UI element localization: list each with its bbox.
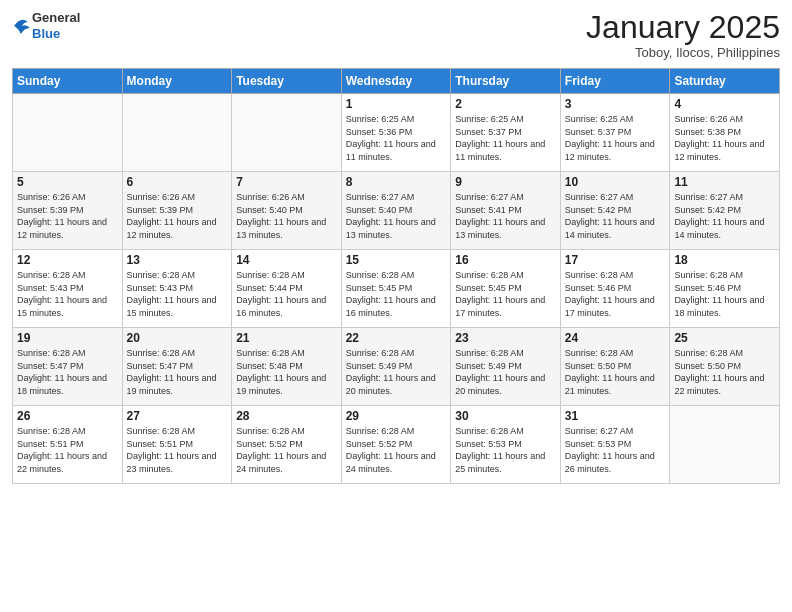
calendar-cell: 23 Sunrise: 6:28 AMSunset: 5:49 PMDaylig… (451, 328, 561, 406)
calendar-cell: 1 Sunrise: 6:25 AMSunset: 5:36 PMDayligh… (341, 94, 451, 172)
day-info: Sunrise: 6:27 AMSunset: 5:42 PMDaylight:… (565, 192, 655, 240)
logo-bird-icon (12, 12, 30, 40)
day-info: Sunrise: 6:28 AMSunset: 5:45 PMDaylight:… (346, 270, 436, 318)
calendar-cell: 2 Sunrise: 6:25 AMSunset: 5:37 PMDayligh… (451, 94, 561, 172)
calendar-cell: 18 Sunrise: 6:28 AMSunset: 5:46 PMDaylig… (670, 250, 780, 328)
logo-general: General (32, 10, 80, 26)
calendar-cell (232, 94, 342, 172)
calendar-cell: 26 Sunrise: 6:28 AMSunset: 5:51 PMDaylig… (13, 406, 123, 484)
day-info: Sunrise: 6:27 AMSunset: 5:40 PMDaylight:… (346, 192, 436, 240)
day-info: Sunrise: 6:28 AMSunset: 5:50 PMDaylight:… (674, 348, 764, 396)
day-info: Sunrise: 6:28 AMSunset: 5:52 PMDaylight:… (346, 426, 436, 474)
calendar: Sunday Monday Tuesday Wednesday Thursday… (12, 68, 780, 484)
calendar-cell: 19 Sunrise: 6:28 AMSunset: 5:47 PMDaylig… (13, 328, 123, 406)
col-sunday: Sunday (13, 69, 123, 94)
day-info: Sunrise: 6:28 AMSunset: 5:45 PMDaylight:… (455, 270, 545, 318)
logo-container: General Blue (12, 10, 80, 41)
day-info: Sunrise: 6:28 AMSunset: 5:43 PMDaylight:… (127, 270, 217, 318)
day-info: Sunrise: 6:28 AMSunset: 5:49 PMDaylight:… (346, 348, 436, 396)
day-info: Sunrise: 6:28 AMSunset: 5:47 PMDaylight:… (17, 348, 107, 396)
day-info: Sunrise: 6:28 AMSunset: 5:49 PMDaylight:… (455, 348, 545, 396)
calendar-cell: 25 Sunrise: 6:28 AMSunset: 5:50 PMDaylig… (670, 328, 780, 406)
calendar-cell: 17 Sunrise: 6:28 AMSunset: 5:46 PMDaylig… (560, 250, 670, 328)
day-number: 25 (674, 331, 775, 345)
day-info: Sunrise: 6:28 AMSunset: 5:51 PMDaylight:… (127, 426, 217, 474)
calendar-cell: 11 Sunrise: 6:27 AMSunset: 5:42 PMDaylig… (670, 172, 780, 250)
calendar-cell: 22 Sunrise: 6:28 AMSunset: 5:49 PMDaylig… (341, 328, 451, 406)
day-number: 13 (127, 253, 228, 267)
day-info: Sunrise: 6:28 AMSunset: 5:48 PMDaylight:… (236, 348, 326, 396)
day-number: 31 (565, 409, 666, 423)
calendar-cell: 30 Sunrise: 6:28 AMSunset: 5:53 PMDaylig… (451, 406, 561, 484)
day-info: Sunrise: 6:28 AMSunset: 5:43 PMDaylight:… (17, 270, 107, 318)
calendar-cell: 8 Sunrise: 6:27 AMSunset: 5:40 PMDayligh… (341, 172, 451, 250)
day-info: Sunrise: 6:26 AMSunset: 5:38 PMDaylight:… (674, 114, 764, 162)
calendar-cell: 9 Sunrise: 6:27 AMSunset: 5:41 PMDayligh… (451, 172, 561, 250)
day-number: 15 (346, 253, 447, 267)
day-info: Sunrise: 6:25 AMSunset: 5:37 PMDaylight:… (565, 114, 655, 162)
day-info: Sunrise: 6:28 AMSunset: 5:52 PMDaylight:… (236, 426, 326, 474)
col-thursday: Thursday (451, 69, 561, 94)
day-number: 30 (455, 409, 556, 423)
col-friday: Friday (560, 69, 670, 94)
day-number: 14 (236, 253, 337, 267)
day-number: 11 (674, 175, 775, 189)
day-info: Sunrise: 6:26 AMSunset: 5:39 PMDaylight:… (127, 192, 217, 240)
calendar-cell: 4 Sunrise: 6:26 AMSunset: 5:38 PMDayligh… (670, 94, 780, 172)
day-info: Sunrise: 6:28 AMSunset: 5:47 PMDaylight:… (127, 348, 217, 396)
day-number: 20 (127, 331, 228, 345)
calendar-cell (670, 406, 780, 484)
day-number: 12 (17, 253, 118, 267)
logo-blue: Blue (32, 26, 80, 42)
day-number: 19 (17, 331, 118, 345)
calendar-cell: 10 Sunrise: 6:27 AMSunset: 5:42 PMDaylig… (560, 172, 670, 250)
day-number: 8 (346, 175, 447, 189)
day-info: Sunrise: 6:25 AMSunset: 5:37 PMDaylight:… (455, 114, 545, 162)
day-number: 27 (127, 409, 228, 423)
month-year: January 2025 (586, 10, 780, 45)
day-info: Sunrise: 6:28 AMSunset: 5:46 PMDaylight:… (565, 270, 655, 318)
day-number: 22 (346, 331, 447, 345)
calendar-cell: 12 Sunrise: 6:28 AMSunset: 5:43 PMDaylig… (13, 250, 123, 328)
day-number: 28 (236, 409, 337, 423)
day-number: 10 (565, 175, 666, 189)
day-number: 21 (236, 331, 337, 345)
calendar-cell: 29 Sunrise: 6:28 AMSunset: 5:52 PMDaylig… (341, 406, 451, 484)
day-number: 18 (674, 253, 775, 267)
day-number: 9 (455, 175, 556, 189)
calendar-cell: 24 Sunrise: 6:28 AMSunset: 5:50 PMDaylig… (560, 328, 670, 406)
calendar-cell: 5 Sunrise: 6:26 AMSunset: 5:39 PMDayligh… (13, 172, 123, 250)
day-info: Sunrise: 6:28 AMSunset: 5:50 PMDaylight:… (565, 348, 655, 396)
calendar-cell: 21 Sunrise: 6:28 AMSunset: 5:48 PMDaylig… (232, 328, 342, 406)
day-info: Sunrise: 6:28 AMSunset: 5:53 PMDaylight:… (455, 426, 545, 474)
day-info: Sunrise: 6:25 AMSunset: 5:36 PMDaylight:… (346, 114, 436, 162)
title-block: January 2025 Toboy, Ilocos, Philippines (586, 10, 780, 60)
day-info: Sunrise: 6:26 AMSunset: 5:39 PMDaylight:… (17, 192, 107, 240)
day-number: 23 (455, 331, 556, 345)
day-number: 29 (346, 409, 447, 423)
day-info: Sunrise: 6:28 AMSunset: 5:46 PMDaylight:… (674, 270, 764, 318)
calendar-cell: 27 Sunrise: 6:28 AMSunset: 5:51 PMDaylig… (122, 406, 232, 484)
day-info: Sunrise: 6:27 AMSunset: 5:42 PMDaylight:… (674, 192, 764, 240)
calendar-cell (13, 94, 123, 172)
day-number: 5 (17, 175, 118, 189)
day-info: Sunrise: 6:28 AMSunset: 5:44 PMDaylight:… (236, 270, 326, 318)
logo: General Blue (12, 10, 80, 41)
day-number: 3 (565, 97, 666, 111)
calendar-cell: 13 Sunrise: 6:28 AMSunset: 5:43 PMDaylig… (122, 250, 232, 328)
calendar-cell: 16 Sunrise: 6:28 AMSunset: 5:45 PMDaylig… (451, 250, 561, 328)
col-tuesday: Tuesday (232, 69, 342, 94)
header: General Blue January 2025 Toboy, Ilocos,… (12, 10, 780, 60)
day-info: Sunrise: 6:27 AMSunset: 5:41 PMDaylight:… (455, 192, 545, 240)
day-number: 16 (455, 253, 556, 267)
day-number: 7 (236, 175, 337, 189)
day-info: Sunrise: 6:28 AMSunset: 5:51 PMDaylight:… (17, 426, 107, 474)
location: Toboy, Ilocos, Philippines (586, 45, 780, 60)
calendar-cell: 20 Sunrise: 6:28 AMSunset: 5:47 PMDaylig… (122, 328, 232, 406)
col-wednesday: Wednesday (341, 69, 451, 94)
col-saturday: Saturday (670, 69, 780, 94)
calendar-cell (122, 94, 232, 172)
day-number: 6 (127, 175, 228, 189)
day-number: 1 (346, 97, 447, 111)
day-number: 17 (565, 253, 666, 267)
